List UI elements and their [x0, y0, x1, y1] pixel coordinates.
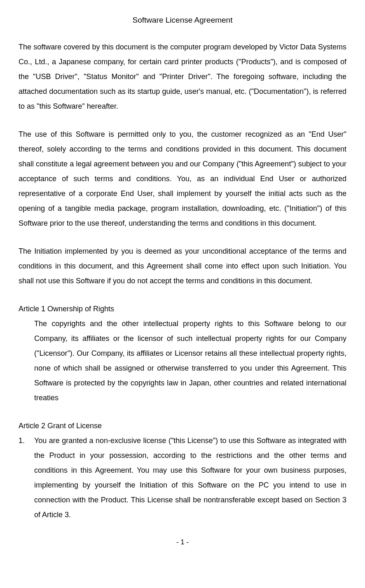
document-title: Software License Agreement	[19, 12, 346, 28]
intro-paragraph-3: The Initiation implemented by you is dee…	[19, 244, 346, 288]
article-1-body: The copyrights and the other intellectua…	[19, 316, 346, 405]
intro-paragraph-2: The use of this Software is permitted on…	[19, 127, 346, 231]
article-2-heading: Article 2 Grant of License	[19, 418, 346, 433]
page-number: - 1 -	[19, 535, 346, 549]
item-number: 1.	[19, 433, 34, 522]
article-2-item-1: 1. You are granted a non-exclusive licen…	[19, 433, 346, 522]
article-1-heading: Article 1 Ownership of Rights	[19, 301, 346, 316]
intro-paragraph-1: The software covered by this document is…	[19, 40, 346, 114]
item-content: You are granted a non-exclusive license …	[34, 433, 346, 522]
